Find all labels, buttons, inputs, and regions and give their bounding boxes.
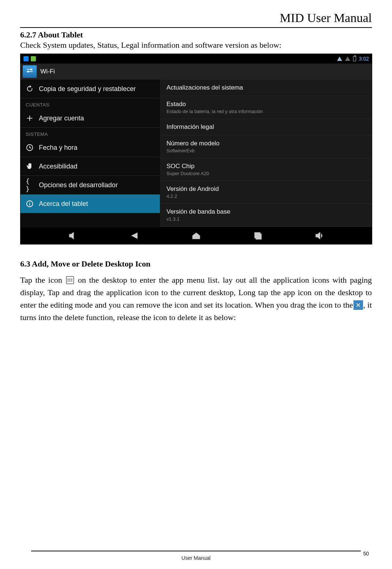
battery-icon [353,56,356,61]
sidebar-item-developer[interactable]: { } Opciones del desarrollador [21,176,160,195]
sidebar-item-accessibility[interactable]: Accesibilidad [21,157,160,176]
notification-icon [31,56,36,61]
detail-title: Versión de banda base [166,208,365,215]
section-6-2-7-heading: 6.2.7 About Tablet [20,30,372,40]
sidebar-item-datetime[interactable]: Fecha y hora [21,138,160,157]
detail-subtitle: SoftwinerEvb [166,148,365,153]
detail-item-baseband[interactable]: Versión de banda base v1.3.1 [160,204,372,226]
svg-point-3 [27,71,29,73]
detail-subtitle: Estado de la batería, la red y otra info… [166,109,365,114]
detail-subtitle: 4.2.2 [166,193,365,199]
detail-item-legal[interactable]: Información legal [160,119,372,135]
hand-icon [26,162,34,170]
sliders-icon [23,65,37,78]
sidebar-item-label: Fecha y hora [39,144,77,152]
tablet-screenshot: 3:02 Wi-Fi Copia de seguridad y restable… [20,54,372,244]
page-footer: User Manual 50 [20,551,372,562]
sidebar-item-about[interactable]: Acerca del tablet [21,195,160,213]
detail-item-model[interactable]: Número de modelo SoftwinerEvb [160,135,372,158]
detail-title: Número de modelo [166,140,365,147]
volume-up-icon[interactable] [314,231,325,241]
footer-label: User Manual [182,555,210,561]
volume-down-icon[interactable] [68,231,78,241]
wifi-banner[interactable]: Wi-Fi [21,64,372,80]
section-6-2-7-body: Check System updates, Status, Legal info… [20,40,372,50]
detail-title: Versión de Android [166,185,365,193]
status-bar: 3:02 [21,54,372,64]
sidebar-item-label: Accesibilidad [39,163,77,170]
detail-title: SOC Chip [166,163,365,170]
svg-rect-7 [29,203,30,206]
detail-item-android-version[interactable]: Versión de Android 4.2.2 [160,181,372,204]
back-icon[interactable] [129,231,140,241]
svg-point-6 [29,202,30,203]
detail-item-system-update[interactable]: Actualizaciones del sistema [160,80,372,96]
wifi-signal-icon [337,57,342,61]
svg-rect-9 [256,234,261,239]
refresh-icon [26,85,34,93]
section-6-3-paragraph: Tap the icon on the desktop to enter the… [20,274,372,324]
plus-icon [26,114,34,122]
para-text: Tap the icon [20,275,65,284]
status-clock: 3:02 [359,56,369,62]
braces-icon: { } [26,181,34,189]
notification-icon [23,56,29,61]
home-icon[interactable] [191,231,201,241]
page-header-title: MID User Manual [20,11,372,27]
info-icon [26,200,34,208]
sidebar-item-label: Acerca del tablet [39,200,88,208]
sidebar-item-label: Agregar cuenta [39,115,84,122]
recent-apps-icon[interactable] [253,231,263,241]
sidebar-category-accounts: CUENTAS [21,98,160,109]
detail-subtitle: Super Doulcore A20 [166,171,365,176]
delete-x-icon [353,300,363,310]
sidebar-item-label: Copia de seguridad y restablecer [39,85,136,93]
svg-point-2 [30,69,32,70]
signal-icon [345,57,350,61]
app-drawer-icon [66,276,74,284]
detail-title: Actualizaciones del sistema [166,84,365,91]
section-6-3-heading: 6.3 Add, Move or Delete Desktop Icon [20,259,372,269]
wifi-label: Wi-Fi [40,68,55,75]
sidebar-category-system: SISTEMA [21,128,160,138]
detail-item-soc[interactable]: SOC Chip Super Doulcore A20 [160,158,372,181]
detail-title: Información legal [166,123,365,131]
settings-sidebar: Copia de seguridad y restablecer CUENTAS… [21,80,160,226]
detail-subtitle: v1.3.1 [166,216,365,222]
clock-icon [26,144,34,152]
sidebar-item-backup[interactable]: Copia de seguridad y restablecer [21,80,160,98]
header-rule [20,27,372,28]
settings-detail-pane: Actualizaciones del sistema Estado Estad… [160,80,372,226]
sidebar-item-add-account[interactable]: Agregar cuenta [21,109,160,128]
android-nav-bar [21,226,372,244]
detail-title: Estado [166,101,365,108]
sidebar-item-label: Opciones del desarrollador [39,181,118,189]
detail-item-status[interactable]: Estado Estado de la batería, la red y ot… [160,96,372,119]
page-number: 50 [363,551,369,557]
